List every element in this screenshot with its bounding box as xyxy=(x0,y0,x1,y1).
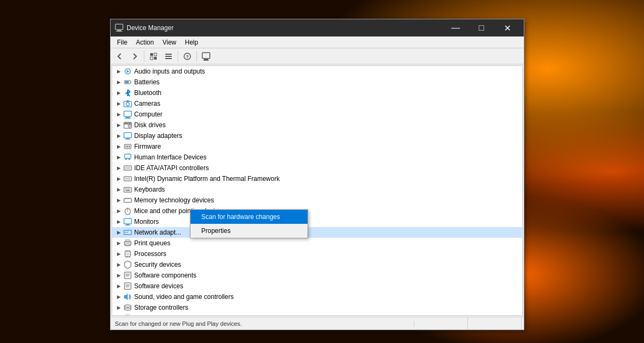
menu-help[interactable]: Help xyxy=(181,38,203,47)
svg-rect-35 xyxy=(129,145,130,148)
device-item-6[interactable]: ▶Display adapters xyxy=(112,130,522,141)
svg-point-21 xyxy=(126,103,129,106)
svg-point-28 xyxy=(128,125,130,127)
device-item-4[interactable]: ▶Computer xyxy=(112,109,522,120)
device-item-15[interactable]: ▶Network adapt... xyxy=(112,227,522,238)
tree-arrow-17[interactable]: ▶ xyxy=(114,250,123,258)
svg-rect-6 xyxy=(154,57,157,60)
tree-arrow-4[interactable]: ▶ xyxy=(114,110,123,119)
tree-arrow-2[interactable]: ▶ xyxy=(114,89,123,97)
print-icon xyxy=(123,239,133,247)
tree-arrow-1[interactable]: ▶ xyxy=(114,78,123,86)
svg-point-38 xyxy=(128,158,130,160)
keyboard-icon xyxy=(123,185,133,194)
tree-arrow-12[interactable]: ▶ xyxy=(114,196,123,205)
device-item-22[interactable]: ▶Storage controllers xyxy=(112,302,522,313)
ide-icon xyxy=(123,164,133,172)
svg-rect-19 xyxy=(125,81,129,83)
tree-arrow-6[interactable]: ▶ xyxy=(114,132,123,140)
storage-icon xyxy=(123,303,133,312)
device-item-14[interactable]: ▶Monitors xyxy=(112,216,522,227)
tree-arrow-21[interactable]: ▶ xyxy=(114,293,123,301)
svg-rect-43 xyxy=(124,187,131,192)
tree-arrow-13[interactable]: ▶ xyxy=(114,207,123,215)
device-label-18: Security devices xyxy=(134,261,181,268)
device-properties-button[interactable] xyxy=(199,50,213,63)
tree-arrow-18[interactable]: ▶ xyxy=(114,260,123,269)
tree-arrow-22[interactable]: ▶ xyxy=(114,303,123,312)
device-item-9[interactable]: ▶IDE ATA/ATAPI controllers xyxy=(112,163,522,173)
tree-arrow-7[interactable]: ▶ xyxy=(114,142,123,151)
svg-rect-45 xyxy=(127,188,128,189)
svg-rect-53 xyxy=(130,198,130,199)
device-tree[interactable]: ▶Audio inputs and outputs▶Batteries▶Blue… xyxy=(112,65,523,316)
tree-arrow-3[interactable]: ▶ xyxy=(114,99,123,108)
menu-action[interactable]: Action xyxy=(131,38,158,47)
svg-rect-44 xyxy=(125,188,126,189)
svg-rect-31 xyxy=(125,139,130,140)
device-item-18[interactable]: ▶Security devices xyxy=(112,259,522,270)
tree-arrow-5[interactable]: ▶ xyxy=(114,121,123,129)
device-item-5[interactable]: ▶Disk drives xyxy=(112,120,522,130)
device-item-2[interactable]: ▶Bluetooth xyxy=(112,87,522,98)
svg-rect-30 xyxy=(126,138,129,139)
tree-arrow-19[interactable]: ▶ xyxy=(114,271,123,280)
tree-arrow-9[interactable]: ▶ xyxy=(114,164,123,172)
device-label-14: Monitors xyxy=(134,218,159,225)
tree-arrow-0[interactable]: ▶ xyxy=(114,67,123,76)
device-manager-window: Device Manager — □ ✕ File Action View He… xyxy=(110,19,524,330)
device-item-21[interactable]: ▶Sound, video and game controllers xyxy=(112,291,522,302)
device-item-3[interactable]: ▶Cameras xyxy=(112,98,522,109)
device-item-13[interactable]: ▶Mice and other pointing devices xyxy=(112,206,522,216)
minimize-button[interactable]: — xyxy=(443,19,468,37)
menu-view[interactable]: View xyxy=(158,38,181,47)
properties-list-button[interactable] xyxy=(162,50,175,63)
device-label-20: Software devices xyxy=(134,282,183,290)
tree-arrow-10[interactable]: ▶ xyxy=(114,174,123,183)
maximize-button[interactable]: □ xyxy=(469,19,494,37)
context-properties[interactable]: Properties xyxy=(191,224,308,238)
svg-rect-40 xyxy=(125,167,130,169)
svg-rect-5 xyxy=(150,57,153,60)
context-scan-hardware[interactable]: Scan for hardware changes xyxy=(191,210,308,224)
device-item-0[interactable]: ▶Audio inputs and outputs xyxy=(112,66,522,77)
device-item-11[interactable]: ▶Keyboards xyxy=(112,184,522,195)
device-item-1[interactable]: ▶Batteries xyxy=(112,77,522,87)
svg-point-56 xyxy=(127,208,128,209)
show-hide-button[interactable] xyxy=(147,50,160,63)
forward-button[interactable] xyxy=(128,50,142,63)
svg-rect-12 xyxy=(202,53,210,59)
device-item-20[interactable]: ▶Software devices xyxy=(112,281,522,291)
close-button[interactable]: ✕ xyxy=(495,19,519,37)
device-item-10[interactable]: ▶Intel(R) Dynamic Platform and Thermal F… xyxy=(112,173,522,184)
svg-marker-82 xyxy=(124,294,128,300)
svg-rect-18 xyxy=(130,82,131,83)
device-item-7[interactable]: ▶Firmware xyxy=(112,141,522,152)
device-item-17[interactable]: ▶Processors xyxy=(112,249,522,259)
tree-arrow-14[interactable]: ▶ xyxy=(114,217,123,226)
svg-rect-75 xyxy=(126,274,130,274)
tree-arrow-11[interactable]: ▶ xyxy=(114,185,123,194)
svg-rect-7 xyxy=(165,54,172,55)
device-label-23: System devices xyxy=(134,315,179,316)
help-button[interactable]: ? xyxy=(180,50,194,63)
tree-arrow-23[interactable]: ▶ xyxy=(114,314,123,316)
svg-rect-4 xyxy=(154,53,157,56)
tree-arrow-8[interactable]: ▶ xyxy=(114,153,123,162)
device-item-16[interactable]: ▶Print queues xyxy=(112,238,522,249)
menu-file[interactable]: File xyxy=(113,38,131,47)
back-button[interactable] xyxy=(113,50,127,63)
title-bar: Device Manager — □ ✕ xyxy=(111,19,524,37)
content-area: ▶Audio inputs and outputs▶Batteries▶Blue… xyxy=(111,64,524,317)
monitor-icon xyxy=(123,217,133,226)
device-item-19[interactable]: ▶Software components xyxy=(112,270,522,281)
status-bar: Scan for changed or new Plug and Play de… xyxy=(111,317,524,330)
svg-rect-46 xyxy=(128,188,129,189)
tree-arrow-16[interactable]: ▶ xyxy=(114,239,123,247)
device-item-23[interactable]: ▶System devices xyxy=(112,313,522,316)
device-label-17: Processors xyxy=(134,250,166,258)
tree-arrow-15[interactable]: ▶ xyxy=(114,228,123,237)
device-item-8[interactable]: ▶Human Interface Devices xyxy=(112,152,522,163)
tree-arrow-20[interactable]: ▶ xyxy=(114,282,123,290)
device-item-12[interactable]: ▶Memory technology devices xyxy=(112,195,522,206)
